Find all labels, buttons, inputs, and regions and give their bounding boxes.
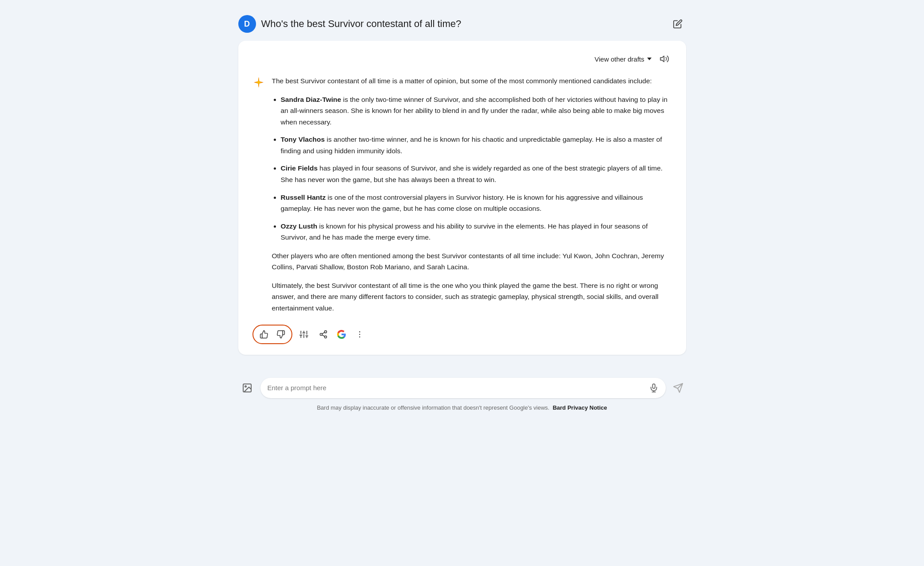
google-g-icon — [337, 330, 346, 339]
contestant-name: Ozzy Lusth — [281, 222, 318, 230]
svg-line-13 — [322, 335, 325, 336]
user-question-row: D Who's the best Survivor contestant of … — [238, 11, 686, 37]
response-intro: The best Survivor contestant of all time… — [272, 75, 672, 87]
footer-disclaimer: Bard may display inaccurate or offensive… — [317, 404, 549, 411]
contestant-description: has played in four seasons of Survivor, … — [281, 164, 663, 183]
thumbs-up-button[interactable] — [256, 327, 272, 341]
chevron-down-icon — [647, 58, 652, 60]
microphone-icon — [649, 383, 659, 393]
more-dots-icon — [355, 330, 364, 339]
share-icon — [319, 330, 328, 339]
read-aloud-button[interactable] — [657, 51, 672, 66]
user-question-left: D Who's the best Survivor contestant of … — [238, 15, 462, 33]
thumbs-down-button[interactable] — [273, 327, 289, 341]
contestant-name: Cirie Fields — [281, 164, 318, 172]
feedback-actions — [252, 325, 672, 344]
response-body: The best Survivor contestant of all time… — [252, 75, 672, 314]
response-content: The best Survivor contestant of all time… — [272, 75, 672, 314]
thumbs-rating-group — [252, 325, 292, 344]
list-item: Ozzy Lusth is known for his physical pro… — [281, 221, 672, 243]
bard-sparkle-icon — [252, 76, 265, 89]
contestant-description: is one of the most controversial players… — [281, 194, 643, 213]
list-item: Cirie Fields has played in four seasons … — [281, 163, 672, 185]
response-card: View other drafts — [238, 41, 686, 355]
svg-point-17 — [359, 336, 360, 337]
send-icon — [673, 383, 683, 393]
svg-point-16 — [359, 333, 360, 335]
privacy-notice-link[interactable]: Bard Privacy Notice — [553, 404, 607, 411]
response-header: View other drafts — [252, 51, 672, 66]
list-item: Tony Vlachos is another two-time winner,… — [281, 134, 672, 156]
response-paragraph-2: Ultimately, the best Survivor contestant… — [272, 280, 672, 314]
view-drafts-label: View other drafts — [594, 55, 644, 63]
sliders-icon — [299, 330, 308, 339]
svg-rect-20 — [652, 384, 655, 388]
user-question-text: Who's the best Survivor contestant of al… — [261, 18, 462, 30]
contestant-name: Russell Hantz — [281, 194, 326, 201]
list-item: Russell Hantz is one of the most controv… — [281, 192, 672, 214]
pencil-icon — [673, 19, 683, 29]
google-search-button[interactable] — [335, 328, 348, 341]
more-options-button[interactable] — [352, 327, 368, 341]
image-upload-icon — [242, 383, 252, 393]
footer-bar: Bard may display inaccurate or offensive… — [0, 398, 924, 415]
thumbs-up-icon — [260, 330, 268, 339]
response-list: Sandra Diaz-Twine is the only two-time w… — [272, 94, 672, 243]
edit-question-button[interactable] — [669, 16, 686, 32]
response-paragraph-1: Other players who are often mentioned am… — [272, 250, 672, 273]
contestant-description: is known for his physical prowess and hi… — [281, 222, 648, 241]
user-avatar: D — [238, 15, 256, 33]
prompt-input-wrapper — [260, 378, 666, 398]
prompt-input[interactable] — [268, 384, 645, 392]
contestant-name: Tony Vlachos — [281, 136, 325, 143]
input-bar-area — [231, 372, 693, 398]
svg-line-14 — [322, 332, 325, 333]
svg-marker-0 — [660, 56, 664, 62]
contestant-description: is another two-time winner, and he is kn… — [281, 136, 662, 155]
modify-response-button[interactable] — [296, 327, 312, 341]
speaker-icon — [660, 54, 669, 64]
svg-point-15 — [359, 331, 360, 332]
thumbs-down-icon — [276, 330, 285, 339]
microphone-button[interactable] — [649, 383, 659, 393]
image-upload-button[interactable] — [238, 379, 256, 397]
svg-point-19 — [245, 386, 246, 387]
list-item: Sandra Diaz-Twine is the only two-time w… — [281, 94, 672, 128]
contestant-name: Sandra Diaz-Twine — [281, 96, 342, 103]
share-button[interactable] — [315, 327, 331, 341]
view-other-drafts-button[interactable]: View other drafts — [594, 55, 651, 63]
send-button[interactable] — [670, 380, 686, 396]
